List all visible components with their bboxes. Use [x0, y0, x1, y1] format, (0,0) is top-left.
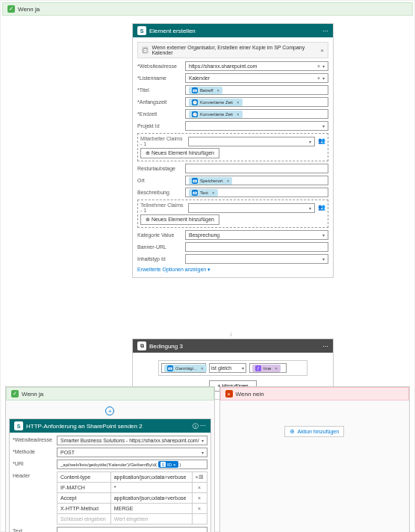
check-icon: ✓ [7, 5, 15, 13]
start-label: *Anfangszeit [137, 99, 182, 105]
no-branch: × Wenn nein ⊕ Aktion hinzufügen [219, 386, 410, 532]
banner-input[interactable] [185, 242, 328, 252]
more-icon[interactable]: ⋯ [322, 343, 328, 350]
condition-right-field[interactable]: ƒtrue× [249, 363, 287, 373]
list-input[interactable]: Kalender×▾ [185, 73, 328, 83]
allday-token[interactable]: 📧Ganztägi...× [164, 365, 207, 372]
location-input[interactable]: 📧Speicherort× [185, 176, 328, 185]
people-picker-icon[interactable]: 👥 [318, 204, 325, 211]
category-label: Kategorie Value [137, 232, 182, 238]
add-employee-button[interactable]: ⊕ Neues Element hinzufügen [140, 148, 219, 158]
title-input[interactable]: 📧Betreff× [185, 85, 328, 95]
project-label: Projekt Id [137, 123, 182, 129]
condition-header[interactable]: ⧉ Bedingung 3 ⋯ [133, 339, 333, 353]
vacation-label: Resturlaubstage [137, 166, 182, 171]
toggle-icon[interactable]: ⊞ [199, 474, 204, 480]
location-token[interactable]: 📧Speicherort× [189, 177, 232, 185]
more-icon[interactable]: ⋯ [200, 422, 206, 430]
comment-close-icon[interactable]: × [320, 47, 324, 54]
comment-text: Wenn externer Organisator, Erstellen ein… [152, 45, 317, 55]
chevron-down-icon[interactable]: ▾ [309, 139, 311, 144]
chevron-down-icon[interactable]: ▾ [322, 232, 325, 238]
vacation-input[interactable] [185, 164, 328, 173]
list-label: *Listenname [137, 75, 182, 81]
sharepoint-icon: S [14, 421, 23, 430]
sharepoint-icon: S [137, 26, 146, 35]
true-token[interactable]: ƒtrue× [252, 365, 281, 372]
http-uri-input[interactable]: _api/web/lists/getbytitle('Kalender')/Ge… [57, 460, 208, 469]
chevron-down-icon[interactable]: ▾ [322, 123, 325, 129]
chevron-down-icon[interactable]: ▾ [322, 64, 325, 69]
create-item-title: Element erstellen [149, 28, 196, 34]
desc-label: Beschreibung [137, 190, 182, 195]
chevron-down-icon[interactable]: ▾ [322, 75, 325, 81]
delete-icon[interactable]: × [198, 506, 201, 511]
header-row[interactable]: IF-MATCH*× [57, 483, 208, 493]
create-item-card: S Element erstellen ⋯ 💬 Wenn externer Or… [132, 23, 334, 278]
header-row[interactable]: X-HTTP-MethodMERGE× [57, 504, 208, 514]
http-card: S HTTP-Anforderung an SharePoint senden … [9, 418, 211, 532]
emp-claims-label: Mitarbeiter Claims - 1 [140, 136, 185, 146]
outer-wenn-ja-label: Wenn ja [18, 6, 40, 13]
converted-time-token[interactable]: 🕐Konvertierte Zeit× [189, 111, 243, 118]
location-label: Ort [137, 178, 182, 183]
check-icon: ✓ [11, 390, 19, 398]
header-row[interactable]: Acceptapplication/json;odata=verbose× [57, 493, 208, 504]
part-claims-input[interactable]: ▾ [188, 203, 315, 213]
end-input[interactable]: 🕐Konvertierte Zeit× [185, 109, 328, 119]
chevron-down-icon[interactable]: ▾ [309, 205, 311, 211]
category-input[interactable]: Besprechung▾ [185, 230, 328, 240]
http-header[interactable]: S HTTP-Anforderung an SharePoint senden … [10, 419, 210, 433]
http-method-label: *Methode [13, 448, 54, 457]
site-input[interactable]: https://sharxx.sharepoint.com×▾ [185, 61, 328, 71]
no-branch-bar[interactable]: × Wenn nein [220, 387, 409, 400]
emp-claims-input[interactable]: ▾ [188, 137, 315, 146]
add-step-button[interactable]: + [105, 406, 114, 415]
add-action-button[interactable]: ⊕ Aktion hinzufügen [284, 426, 344, 437]
advanced-options-link[interactable]: Erweiterte Optionen anzeigen ▾ [137, 267, 328, 273]
delete-icon[interactable]: × [198, 485, 201, 490]
http-site-select[interactable]: Smarter Business Solutions - https://sha… [57, 436, 208, 445]
clear-icon[interactable]: × [317, 75, 320, 81]
branches-container: ✓ Wenn ja + S HTTP-Anforderung an ShareP… [1, 386, 414, 532]
yes-branch-bar[interactable]: ✓ Wenn ja [6, 387, 214, 400]
site-label: *Websiteadresse [137, 64, 182, 69]
delete-icon[interactable]: × [198, 495, 201, 501]
contenttype-input[interactable]: ▾ [185, 254, 328, 264]
add-action-icon: ⊕ [290, 428, 295, 435]
create-item-header[interactable]: S Element erstellen ⋯ [133, 24, 333, 37]
condition-title: Bedingung 3 [149, 343, 183, 350]
id-token[interactable]: SID × [158, 461, 178, 468]
outer-wenn-ja-bar[interactable]: ✓ Wenn ja [2, 2, 413, 16]
header-row[interactable]: Content-typeapplication/json;odata=verbo… [57, 472, 208, 483]
chevron-down-icon[interactable]: ▾ [322, 256, 325, 262]
subject-token[interactable]: 📧Betreff× [189, 87, 222, 94]
condition-operator-select[interactable]: ist gleich▾ [209, 363, 246, 373]
http-body-label: Text [13, 527, 54, 532]
end-label: *Endzeit [137, 111, 182, 117]
clear-icon[interactable]: × [317, 64, 320, 69]
http-body-input[interactable]: { "__metadata":{ "type":"SP.Data.Kalende… [57, 527, 208, 532]
title-label: *Titel [137, 87, 182, 93]
info-icon[interactable]: ⓘ [193, 422, 199, 430]
yes-branch: ✓ Wenn ja + S HTTP-Anforderung an ShareP… [5, 386, 215, 532]
yes-branch-label: Wenn ja [22, 391, 43, 398]
employee-claims-section: Mitarbeiter Claims - 1 ▾ 👥 ⊕ Neues Eleme… [137, 133, 328, 161]
http-method-select[interactable]: POST▾ [57, 448, 208, 457]
add-participant-button[interactable]: ⊕ Neues Element hinzufügen [140, 214, 219, 225]
condition-row: 📧Ganztägi...× ist gleich▾ ƒtrue× [158, 360, 308, 376]
start-input[interactable]: 🕐Konvertierte Zeit× [185, 97, 328, 107]
http-site-label: *Websiteadresse [13, 436, 54, 445]
header-row[interactable]: Schlüssel eingebenWert eingeben [57, 514, 208, 525]
more-icon[interactable]: ⋯ [322, 28, 328, 34]
http-title: HTTP-Anforderung an SharePoint senden 2 [26, 423, 143, 430]
text-token[interactable]: 📧Text× [189, 189, 218, 197]
condition-icon: ⧉ [137, 341, 146, 350]
desc-input[interactable]: 📧Text× [185, 188, 328, 197]
condition-left-field[interactable]: 📧Ganztägi...× [161, 363, 206, 373]
project-input[interactable]: ▾ [185, 121, 328, 131]
comment-icon: 💬 [142, 46, 149, 54]
converted-time-token[interactable]: 🕐Konvertierte Zeit× [189, 99, 243, 106]
contenttype-label: Inhaltstyp Id [137, 256, 182, 262]
people-picker-icon[interactable]: 👥 [318, 137, 325, 145]
